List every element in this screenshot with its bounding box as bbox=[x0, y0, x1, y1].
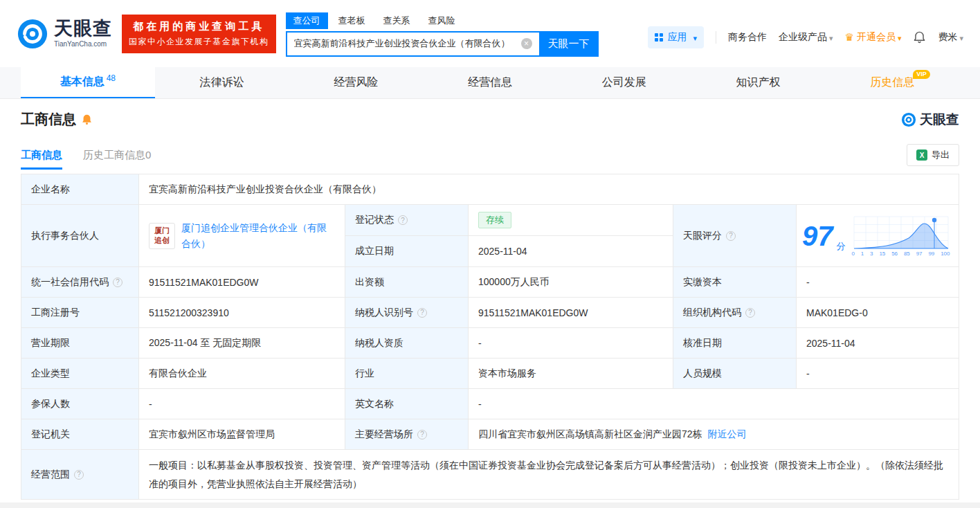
english-name-label: 英文名称 bbox=[345, 389, 469, 419]
slogan-line2: 国家中小企业发展子基金旗下机构 bbox=[129, 36, 269, 48]
help-icon[interactable] bbox=[398, 215, 408, 225]
search-tab-boss[interactable]: 查老板 bbox=[331, 12, 373, 29]
company-type-value: 有限合伙企业 bbox=[139, 359, 345, 389]
approval-date-value: 2025-11-04 bbox=[797, 328, 959, 359]
table-row: 统一社会信用代码 91511521MAK01EDG0W 出资额 100000万人… bbox=[21, 267, 959, 298]
tianyancha-page: 天眼查 TianYanCha.com 都在用的商业查询工具 国家中小企业发展子基… bbox=[0, 0, 980, 508]
search-tab-risk[interactable]: 查风险 bbox=[421, 12, 463, 29]
industry-value: 资本市场服务 bbox=[469, 359, 673, 389]
score-number: 97 bbox=[802, 222, 833, 250]
search-tabs: 查公司 查老板 查关系 查风险 bbox=[286, 12, 599, 29]
slogan-banner: 都在用的商业查询工具 国家中小企业发展子基金旗下机构 bbox=[122, 15, 276, 53]
staff-size-label: 人员规模 bbox=[673, 359, 797, 389]
vip-upgrade-link[interactable]: 开通会员 bbox=[844, 31, 901, 44]
nearby-companies-link[interactable]: 附近公司 bbox=[708, 428, 747, 441]
clear-search-icon[interactable] bbox=[521, 38, 532, 49]
tab-legal-litigation[interactable]: 法律诉讼 bbox=[155, 67, 289, 98]
tab-operation-info[interactable]: 经营信息 bbox=[423, 67, 557, 98]
export-button-label: 导出 bbox=[932, 149, 950, 161]
business-scope-label: 经营范围 bbox=[21, 450, 139, 500]
taxpayer-quality-value: - bbox=[469, 328, 673, 359]
brand-name: 天眼查 bbox=[54, 19, 112, 38]
tab-company-development[interactable]: 公司发展 bbox=[557, 67, 691, 98]
table-row: 工商注册号 511521200323910 纳税人识别号 91511521MAK… bbox=[21, 298, 959, 328]
help-icon[interactable] bbox=[745, 308, 755, 318]
chevron-down-icon bbox=[896, 32, 902, 43]
enterprise-products-menu[interactable]: 企业级产品 bbox=[779, 31, 833, 44]
reg-status-value: 存续 bbox=[469, 205, 673, 236]
reg-status-label: 登记状态 bbox=[345, 205, 469, 236]
business-coop-link[interactable]: 商务合作 bbox=[728, 31, 767, 44]
reg-authority-value: 宜宾市叙州区市场监督管理局 bbox=[139, 419, 345, 450]
vip-badge: VIP bbox=[913, 70, 930, 79]
credit-code-label: 统一社会信用代码 bbox=[21, 267, 139, 298]
tab-basic-info-label: 基本信息 bbox=[60, 75, 105, 89]
partner-company-logo[interactable]: 厦门 追创 bbox=[149, 223, 175, 249]
help-icon[interactable] bbox=[74, 470, 84, 480]
subtab-business-info[interactable]: 工商信息 bbox=[21, 149, 62, 162]
address-value: 四川省宜宾市叙州区高场镇高新社区金润产业园72栋 附近公司 bbox=[469, 419, 959, 450]
insured-count-label: 参保人数 bbox=[21, 389, 139, 419]
tab-intellectual-property[interactable]: 知识产权 bbox=[691, 67, 826, 98]
business-term-label: 营业期限 bbox=[21, 328, 139, 359]
org-code-label: 组织机构代码 bbox=[673, 298, 797, 328]
tab-history-info-label: 历史信息 bbox=[870, 75, 914, 90]
company-name-value: 宜宾高新前沿科技产业创业投资合伙企业（有限合伙） bbox=[139, 174, 959, 205]
help-icon[interactable] bbox=[726, 231, 736, 241]
search-input-wrap bbox=[286, 31, 539, 57]
chevron-down-icon bbox=[957, 32, 963, 43]
reg-number-label: 工商注册号 bbox=[21, 298, 139, 328]
partner-company-link[interactable]: 厦门追创企业管理合伙企业（有限合伙） bbox=[181, 220, 335, 251]
capital-label: 出资额 bbox=[345, 267, 469, 298]
user-menu[interactable]: 费米 bbox=[938, 31, 963, 44]
top-header: 天眼查 TianYanCha.com 都在用的商业查询工具 国家中小企业发展子基… bbox=[0, 0, 980, 67]
help-icon[interactable] bbox=[113, 278, 122, 287]
table-row: 经营范围 一般项目：以私募基金从事股权投资、投资管理、资产管理等活动（须在中国证… bbox=[21, 450, 959, 500]
sub-tabs: 工商信息 历史工商信息0 导出 bbox=[21, 144, 959, 166]
capital-value: 100000万人民币 bbox=[469, 267, 673, 298]
partner-label: 执行事务合伙人 bbox=[21, 205, 139, 267]
score-distribution-chart: 01 315 5685 9799 100 bbox=[852, 215, 950, 257]
brand-domain: TianYanCha.com bbox=[54, 40, 112, 48]
crown-icon bbox=[844, 31, 853, 44]
search-button[interactable]: 天眼一下 bbox=[539, 31, 599, 57]
apps-menu[interactable]: 应用 bbox=[648, 26, 704, 48]
approval-date-label: 核准日期 bbox=[673, 328, 797, 359]
section-header: 工商信息 天眼查 bbox=[21, 110, 959, 129]
notification-bell-icon[interactable] bbox=[913, 30, 926, 44]
org-code-value: MAK01EDG-0 bbox=[797, 298, 959, 328]
search-input[interactable] bbox=[294, 39, 521, 49]
top-menu: 应用 商务合作 企业级产品 开通会员 费米 bbox=[648, 26, 963, 48]
tianyancha-logo-icon bbox=[17, 18, 48, 50]
tab-operation-risk[interactable]: 经营风险 bbox=[289, 67, 423, 98]
reg-number-value: 511521200323910 bbox=[139, 298, 345, 328]
export-button[interactable]: 导出 bbox=[907, 144, 959, 166]
table-row: 企业名称 宜宾高新前沿科技产业创业投资合伙企业（有限合伙） bbox=[21, 174, 959, 205]
tab-basic-info[interactable]: 基本信息 48 bbox=[21, 67, 155, 98]
tab-basic-info-count: 48 bbox=[107, 73, 116, 83]
search-tab-company[interactable]: 查公司 bbox=[286, 12, 328, 29]
subscribe-bell-icon[interactable] bbox=[81, 114, 93, 125]
business-term-value: 2025-11-04 至 无固定期限 bbox=[139, 328, 345, 359]
enterprise-products-label: 企业级产品 bbox=[779, 31, 827, 44]
table-row: 登记机关 宜宾市叙州区市场监督管理局 主要经营场所 四川省宜宾市叙州区高场镇高新… bbox=[21, 419, 959, 450]
paid-capital-label: 实缴资本 bbox=[673, 267, 797, 298]
tianyancha-logo[interactable]: 天眼查 TianYanCha.com bbox=[17, 18, 112, 50]
address-label: 主要经营场所 bbox=[345, 419, 469, 450]
tab-history-info[interactable]: 历史信息 VIP bbox=[825, 67, 959, 98]
chevron-down-icon bbox=[691, 32, 697, 43]
credit-code-value: 91511521MAK01EDG0W bbox=[139, 267, 345, 298]
table-row: 执行事务合伙人 厦门 追创 厦门追创企业管理合伙企业（有限合伙） 登记状态 存续… bbox=[21, 205, 959, 267]
search-bar: 天眼一下 bbox=[286, 31, 599, 57]
page-title: 工商信息 bbox=[21, 110, 76, 129]
company-name-label: 企业名称 bbox=[21, 174, 139, 205]
chevron-down-icon bbox=[827, 32, 833, 43]
tianyancha-watermark-text: 天眼查 bbox=[920, 111, 959, 129]
staff-size-value: - bbox=[797, 359, 959, 389]
search-tab-relation[interactable]: 查关系 bbox=[376, 12, 418, 29]
subtab-history-business-info[interactable]: 历史工商信息0 bbox=[83, 149, 151, 162]
vip-upgrade-label: 开通会员 bbox=[857, 31, 896, 44]
help-icon[interactable] bbox=[417, 308, 427, 318]
help-icon[interactable] bbox=[417, 430, 427, 439]
search-area: 查公司 查老板 查关系 查风险 天眼一下 bbox=[286, 12, 599, 57]
